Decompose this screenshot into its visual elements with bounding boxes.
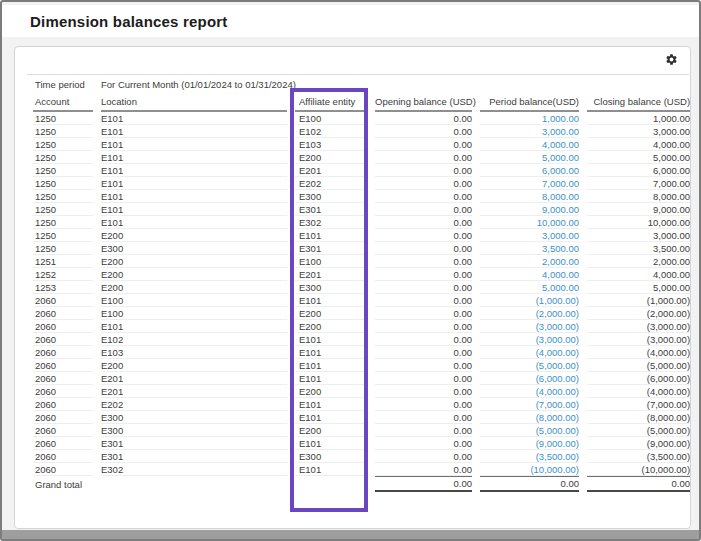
period-balance-link[interactable]: (3,000.00) (480, 333, 579, 346)
table-row: 2060 E200 E101 0.00 (5,000.00) (5,000.00… (33, 359, 690, 372)
period-balance-link[interactable]: (3,500.00) (480, 450, 579, 463)
location-cell: E300 (101, 424, 287, 437)
account-cell: 1252 (33, 268, 93, 281)
table-row: 1250 E101 E301 0.00 9,000.00 9,000.00 (33, 203, 690, 216)
location-cell: E101 (101, 164, 287, 177)
affiliate-entity-cell: E200 (295, 320, 367, 333)
period-balance-link[interactable]: (2,000.00) (480, 307, 579, 320)
period-balance-link[interactable]: 4,000.00 (480, 268, 579, 281)
period-balance-link[interactable]: (7,000.00) (480, 398, 579, 411)
location-cell: E201 (101, 385, 287, 398)
location-cell: E101 (101, 203, 287, 216)
opening-balance-cell: 0.00 (375, 216, 472, 229)
table-row: 2060 E103 E101 0.00 (4,000.00) (4,000.00… (33, 346, 690, 359)
report-card: Time period For Current Month (01/01/202… (14, 46, 691, 529)
closing-balance-cell: (10,000.00) (587, 463, 690, 476)
opening-balance-cell: 0.00 (375, 372, 472, 385)
table-row: 2060 E301 E101 0.00 (9,000.00) (9,000.00… (33, 437, 690, 450)
period-balance-link[interactable]: 5,000.00 (480, 281, 579, 294)
opening-balance-cell: 0.00 (375, 398, 472, 411)
table-row: 2060 E102 E101 0.00 (3,000.00) (3,000.00… (33, 333, 690, 346)
affiliate-entity-cell: E201 (295, 164, 367, 177)
closing-balance-cell: (6,000.00) (587, 372, 690, 385)
location-cell: E101 (101, 125, 287, 138)
balances-table: Time period For Current Month (01/01/202… (25, 75, 691, 492)
location-cell: E101 (101, 112, 287, 125)
account-cell: 2060 (33, 424, 93, 437)
period-balance-link[interactable]: (5,000.00) (480, 424, 579, 437)
period-balance-link[interactable]: (1,000.00) (480, 294, 579, 307)
period-balance-link[interactable]: (4,000.00) (480, 385, 579, 398)
opening-balance-cell: 0.00 (375, 411, 472, 424)
table-row: 1250 E300 E301 0.00 3,500.00 3,500.00 (33, 242, 690, 255)
account-cell: 2060 (33, 294, 93, 307)
table-row: 2060 E201 E101 0.00 (6,000.00) (6,000.00… (33, 372, 690, 385)
affiliate-entity-cell: E200 (295, 424, 367, 437)
table-row: 1250 E101 E103 0.00 4,000.00 4,000.00 (33, 138, 690, 151)
table-row: 1250 E200 E101 0.00 3,000.00 3,000.00 (33, 229, 690, 242)
table-body: 1250 E101 E100 0.00 1,000.00 1,000.00 12… (33, 112, 690, 476)
column-header-row: Account Location Affiliate entity Openin… (33, 93, 690, 112)
period-balance-link[interactable]: (9,000.00) (480, 437, 579, 450)
location-cell: E301 (101, 450, 287, 463)
period-balance-link[interactable]: (10,000.00) (480, 463, 579, 476)
period-balance-link[interactable]: 1,000.00 (480, 112, 579, 125)
table-row: 1252 E200 E201 0.00 4,000.00 4,000.00 (33, 268, 690, 281)
table-row: 1250 E101 E302 0.00 10,000.00 10,000.00 (33, 216, 690, 229)
table-row: 1250 E101 E100 0.00 1,000.00 1,000.00 (33, 112, 690, 125)
period-balance-link[interactable]: 3,000.00 (480, 229, 579, 242)
period-balance-link[interactable]: 8,000.00 (480, 190, 579, 203)
account-cell: 2060 (33, 463, 93, 476)
location-cell: E201 (101, 372, 287, 385)
location-cell: E200 (101, 268, 287, 281)
table-row: 2060 E301 E300 0.00 (3,500.00) (3,500.00… (33, 450, 690, 463)
period-balance-link[interactable]: 3,000.00 (480, 125, 579, 138)
period-balance-link[interactable]: (6,000.00) (480, 372, 579, 385)
affiliate-entity-cell: E100 (295, 255, 367, 268)
closing-balance-cell: 5,000.00 (587, 281, 690, 294)
period-balance-link[interactable]: 9,000.00 (480, 203, 579, 216)
period-balance-link[interactable]: 4,000.00 (480, 138, 579, 151)
closing-balance-cell: 3,500.00 (587, 242, 690, 255)
account-cell: 1250 (33, 112, 93, 125)
affiliate-entity-cell: E200 (295, 307, 367, 320)
period-balance-link[interactable]: 5,000.00 (480, 151, 579, 164)
account-cell: 2060 (33, 359, 93, 372)
closing-balance-cell: (3,000.00) (587, 333, 690, 346)
location-cell: E100 (101, 307, 287, 320)
period-balance-link[interactable]: (4,000.00) (480, 346, 579, 359)
closing-balance-cell: 4,000.00 (587, 268, 690, 281)
period-balance-link[interactable]: (5,000.00) (480, 359, 579, 372)
period-balance-link[interactable]: 2,000.00 (480, 255, 579, 268)
opening-balance-cell: 0.00 (375, 203, 472, 216)
location-cell: E200 (101, 255, 287, 268)
closing-balance-cell: 8,000.00 (587, 190, 690, 203)
period-balance-link[interactable]: 6,000.00 (480, 164, 579, 177)
period-balance-link[interactable]: (8,000.00) (480, 411, 579, 424)
column-header-location: Location (101, 93, 287, 112)
closing-balance-cell: 1,000.00 (587, 112, 690, 125)
grand-total-row: Grand total 0.00 0.00 0.00 (33, 476, 690, 492)
period-balance-link[interactable]: (3,000.00) (480, 320, 579, 333)
closing-balance-cell: (4,000.00) (587, 385, 690, 398)
affiliate-entity-cell: E202 (295, 177, 367, 190)
opening-balance-cell: 0.00 (375, 333, 472, 346)
opening-balance-cell: 0.00 (375, 450, 472, 463)
closing-balance-cell: (9,000.00) (587, 437, 690, 450)
table-row: 2060 E201 E200 0.00 (4,000.00) (4,000.00… (33, 385, 690, 398)
opening-balance-cell: 0.00 (375, 151, 472, 164)
period-balance-link[interactable]: 7,000.00 (480, 177, 579, 190)
closing-balance-cell: (2,000.00) (587, 307, 690, 320)
settings-button[interactable] (661, 51, 681, 71)
period-balance-link[interactable]: 3,500.00 (480, 242, 579, 255)
affiliate-entity-cell: E101 (295, 463, 367, 476)
time-period-value: For Current Month (01/01/2024 to 01/31/2… (101, 75, 690, 93)
location-cell: E101 (101, 151, 287, 164)
location-cell: E200 (101, 281, 287, 294)
account-cell: 1250 (33, 164, 93, 177)
account-cell: 1251 (33, 255, 93, 268)
period-balance-link[interactable]: 10,000.00 (480, 216, 579, 229)
closing-balance-cell: (7,000.00) (587, 398, 690, 411)
account-cell: 1250 (33, 242, 93, 255)
closing-balance-cell: 6,000.00 (587, 164, 690, 177)
